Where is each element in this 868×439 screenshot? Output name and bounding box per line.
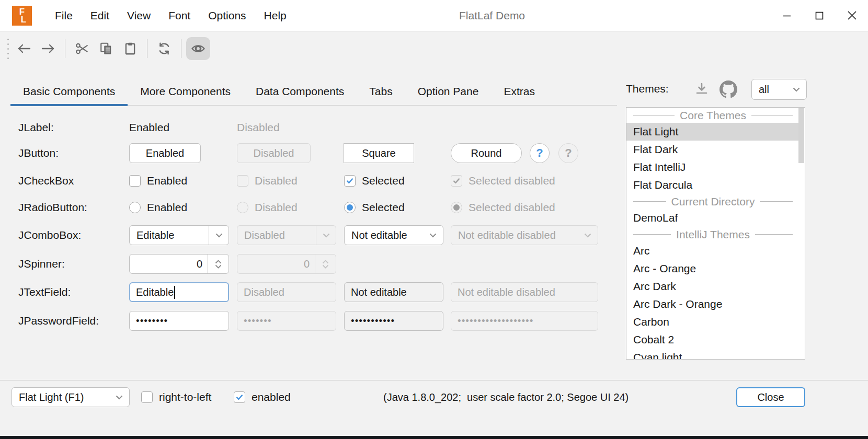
spinner-value[interactable]: 0 bbox=[130, 258, 208, 270]
theme-list-item[interactable]: Arc Dark bbox=[626, 278, 800, 295]
theme-list-item[interactable]: Flat Dark bbox=[626, 141, 800, 158]
menu-edit[interactable]: Edit bbox=[82, 0, 118, 31]
right-to-left-checkbox[interactable]: right-to-left bbox=[141, 387, 211, 407]
password-value: ••••••• bbox=[244, 315, 272, 327]
menubar: File Edit View Font Options Help bbox=[46, 0, 295, 31]
tab-tabs[interactable]: Tabs bbox=[357, 77, 405, 105]
theme-list-item[interactable]: Arc - Orange bbox=[626, 260, 800, 278]
close-button[interactable]: Close bbox=[736, 387, 805, 407]
statusbar: Flat Light (F1) right-to-left enabled (J… bbox=[0, 380, 868, 436]
row-label: JTextField: bbox=[18, 282, 71, 303]
cut-button[interactable] bbox=[70, 37, 94, 60]
window-title: FlatLaf Demo bbox=[459, 0, 525, 31]
copy-icon bbox=[99, 42, 113, 55]
theme-list-item[interactable]: Cyan light bbox=[626, 349, 800, 360]
checkbox-label: enabled bbox=[252, 391, 291, 403]
row-label: JSpinner: bbox=[18, 253, 65, 274]
radio-disabled: Disabled bbox=[237, 198, 298, 217]
jcombobox-row: JComboBox: Editable Disabled Not editabl… bbox=[0, 225, 622, 246]
tab-more-components[interactable]: More Components bbox=[128, 77, 243, 105]
tab-option-pane[interactable]: Option Pane bbox=[405, 77, 492, 105]
passwordfield-not-editable[interactable]: ••••••••••• bbox=[344, 311, 443, 331]
download-theme-button[interactable] bbox=[694, 83, 709, 96]
checkbox-checked-icon bbox=[451, 175, 462, 187]
theme-list-item[interactable]: Arc Dark - Orange bbox=[626, 295, 800, 313]
theme-list-item[interactable]: Carbon bbox=[626, 313, 800, 331]
menu-font[interactable]: Font bbox=[159, 0, 199, 31]
tab-basic-components[interactable]: Basic Components bbox=[10, 77, 128, 105]
checkbox-selected[interactable]: Selected bbox=[344, 171, 405, 191]
passwordfield-enabled[interactable]: •••••••• bbox=[129, 311, 229, 331]
radio-label: Disabled bbox=[255, 201, 298, 214]
enabled-checkbox[interactable]: enabled bbox=[234, 387, 291, 407]
combobox-editable[interactable]: Editable bbox=[129, 225, 229, 245]
back-button[interactable] bbox=[12, 37, 36, 60]
spinner-enabled[interactable]: 0 bbox=[129, 254, 229, 274]
theme-list-item[interactable]: Cobalt 2 bbox=[626, 331, 800, 349]
passwordfield-disabled: ••••••• bbox=[237, 311, 336, 331]
combobox-value[interactable]: Editable bbox=[130, 229, 209, 241]
password-value: ••••••••••••••••••• bbox=[458, 315, 533, 327]
combobox-value: Not editable bbox=[345, 229, 423, 241]
radio-label: Selected disabled bbox=[469, 201, 555, 214]
chevron-down-icon[interactable] bbox=[423, 226, 443, 245]
minimize-icon bbox=[783, 11, 791, 20]
maximize-button[interactable] bbox=[803, 0, 836, 31]
textfield-editable[interactable]: Editable bbox=[129, 282, 229, 302]
radio-selected[interactable]: Selected bbox=[344, 198, 405, 217]
toolbar-grip-handle[interactable] bbox=[7, 39, 9, 59]
help-button[interactable]: ? bbox=[530, 143, 550, 163]
checkbox-enabled[interactable]: Enabled bbox=[129, 171, 187, 191]
enabled-button[interactable]: Enabled bbox=[129, 143, 201, 163]
radio-selected-icon bbox=[451, 202, 462, 213]
round-button[interactable]: Round bbox=[451, 143, 522, 163]
radio-enabled[interactable]: Enabled bbox=[129, 198, 187, 217]
chevron-down-icon bbox=[109, 388, 129, 407]
checkbox-label: Selected bbox=[362, 175, 405, 187]
menu-options[interactable]: Options bbox=[199, 0, 255, 31]
tab-extras[interactable]: Extras bbox=[491, 77, 547, 105]
spinner-buttons[interactable] bbox=[208, 255, 229, 273]
tab-data-components[interactable]: Data Components bbox=[243, 77, 357, 105]
spinner-buttons bbox=[315, 255, 336, 273]
refresh-button[interactable] bbox=[152, 37, 176, 60]
show-details-toggle-button[interactable] bbox=[186, 37, 210, 60]
combobox-value: Disabled bbox=[237, 229, 316, 241]
row-label: JPasswordField: bbox=[18, 310, 99, 331]
paste-button[interactable] bbox=[118, 37, 142, 60]
checkbox-selected-disabled: Selected disabled bbox=[451, 171, 555, 191]
forward-button[interactable] bbox=[36, 37, 60, 60]
theme-list-item[interactable]: DemoLaf bbox=[626, 209, 800, 227]
themes-scrollbar-thumb[interactable] bbox=[798, 108, 804, 163]
chevron-down-icon bbox=[786, 79, 806, 99]
textfield-value: Disabled bbox=[244, 286, 284, 298]
theme-list-item[interactable]: Arc bbox=[626, 242, 800, 260]
lookandfeel-combobox[interactable]: Flat Light (F1) bbox=[12, 387, 130, 407]
screen-edge-strip bbox=[0, 436, 868, 439]
combobox-not-editable[interactable]: Not editable bbox=[344, 225, 443, 245]
theme-list-item[interactable]: Flat Light bbox=[626, 123, 800, 141]
close-window-button[interactable] bbox=[836, 0, 868, 31]
theme-list-item[interactable]: Flat Darcula bbox=[626, 176, 800, 194]
menu-view[interactable]: View bbox=[118, 0, 159, 31]
github-button[interactable] bbox=[719, 80, 737, 98]
themes-filter-combobox[interactable]: all bbox=[751, 79, 807, 100]
chevron-down-icon bbox=[322, 264, 329, 269]
paste-icon bbox=[123, 42, 137, 55]
theme-list-item[interactable]: Flat IntelliJ bbox=[626, 158, 800, 176]
app-logo-icon: FL bbox=[12, 6, 32, 26]
minimize-button[interactable] bbox=[771, 0, 803, 31]
copy-button[interactable] bbox=[94, 37, 118, 60]
radio-selected-disabled: Selected disabled bbox=[451, 198, 555, 217]
jlabel-enabled: Enabled bbox=[129, 117, 169, 138]
lookandfeel-value: Flat Light (F1) bbox=[12, 391, 109, 403]
menu-file[interactable]: File bbox=[46, 0, 82, 31]
chevron-down-icon bbox=[215, 264, 222, 269]
menu-help[interactable]: Help bbox=[255, 0, 295, 31]
maximize-icon bbox=[815, 11, 824, 20]
square-button[interactable]: Square bbox=[344, 143, 414, 163]
spinner-value: 0 bbox=[237, 258, 315, 270]
chevron-down-icon[interactable] bbox=[209, 226, 229, 245]
radio-icon bbox=[129, 202, 141, 213]
textfield-not-editable[interactable]: Not editable bbox=[344, 282, 443, 302]
